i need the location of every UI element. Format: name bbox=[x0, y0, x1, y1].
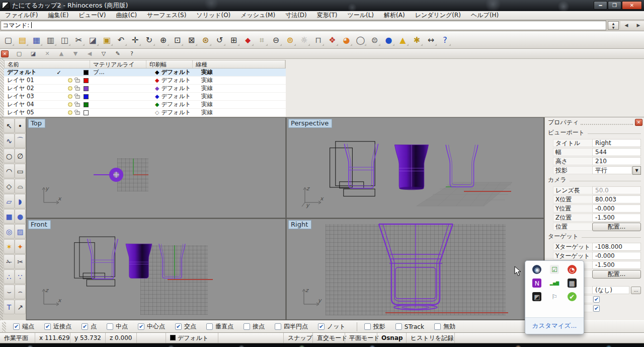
select-tool[interactable]: ↖ bbox=[4, 118, 15, 133]
osnap-checkbox[interactable]: ✔ bbox=[44, 323, 51, 330]
lamp-icon[interactable]: ☼ bbox=[297, 33, 311, 47]
rectangle-tool[interactable]: ▭ bbox=[15, 164, 26, 178]
conic-tool[interactable]: ◠ bbox=[4, 164, 15, 178]
layer-print-width[interactable]: ◇デフォルト bbox=[155, 109, 201, 116]
viewport-perspective-label[interactable]: Perspective bbox=[288, 119, 332, 128]
move-down-icon[interactable]: ▼ bbox=[70, 50, 81, 58]
osnap-checkbox[interactable] bbox=[434, 323, 441, 330]
layer-help-icon[interactable]: ? bbox=[126, 50, 137, 58]
layer-color-swatch[interactable] bbox=[84, 85, 99, 92]
layer-visibility-icon[interactable] bbox=[65, 93, 74, 100]
property-value[interactable]: -0.000 bbox=[592, 204, 641, 213]
osnap-checkbox[interactable]: ✔ bbox=[175, 323, 182, 330]
osnap-grip[interactable] bbox=[2, 322, 6, 332]
panel-grip[interactable] bbox=[0, 59, 4, 117]
delete-layer-icon[interactable]: ✕ bbox=[42, 50, 53, 58]
help-icon[interactable]: ? bbox=[438, 33, 452, 47]
panel-drag-dots[interactable] bbox=[581, 120, 633, 125]
graphics-icon[interactable]: ◩ bbox=[532, 292, 541, 301]
zoom-in-icon[interactable]: ⊕ bbox=[156, 33, 170, 47]
menu-item-10[interactable]: 解析(A) bbox=[379, 11, 410, 20]
layer-linetype[interactable]: 実線 bbox=[201, 85, 236, 92]
layer-linetype[interactable]: 実線 bbox=[201, 109, 236, 116]
osnap-checkbox[interactable]: ✔ bbox=[318, 323, 325, 330]
place-button[interactable]: 配置... bbox=[592, 270, 641, 279]
paste-icon[interactable]: ▣ bbox=[100, 33, 114, 47]
circle-tool[interactable]: ○ bbox=[4, 149, 15, 163]
camera-3d-icon[interactable]: ▦ bbox=[568, 279, 577, 288]
point-tool[interactable]: • bbox=[15, 118, 26, 133]
layer-linetype[interactable]: 実線 bbox=[201, 68, 236, 76]
osnap-checkbox[interactable]: ✔ bbox=[13, 323, 20, 330]
filter-icon[interactable]: ▽ bbox=[98, 50, 109, 58]
cplane-button[interactable]: 作業平面 bbox=[0, 333, 35, 343]
undo-view-icon[interactable]: ↺ bbox=[213, 33, 226, 47]
layer-visibility-icon[interactable] bbox=[65, 109, 74, 116]
menu-item-9[interactable]: ツール(L) bbox=[342, 11, 379, 20]
osnap-checkbox[interactable] bbox=[395, 323, 402, 330]
new-layer-icon[interactable]: ▢ bbox=[14, 50, 25, 58]
ellipse-tool[interactable]: ∅ bbox=[15, 149, 26, 163]
menu-item-3[interactable]: 曲線(C) bbox=[111, 11, 142, 20]
property-value[interactable]: (なし) bbox=[592, 286, 629, 294]
wireframe-sphere-icon[interactable]: ◯ bbox=[354, 33, 367, 47]
layer-color-swatch[interactable] bbox=[84, 93, 99, 100]
render-sphere-icon[interactable]: ● bbox=[382, 33, 395, 47]
osnap-checkbox[interactable]: ✔ bbox=[138, 323, 144, 330]
layer-linetype[interactable]: 実線 bbox=[201, 77, 236, 84]
tray-customize-link[interactable]: カスタマイズ... bbox=[532, 322, 577, 330]
save-icon[interactable]: ▦ bbox=[30, 33, 43, 47]
dimension-icon[interactable]: ↔ bbox=[424, 33, 438, 47]
command-input[interactable]: コマンド: bbox=[1, 21, 606, 30]
place-button[interactable]: 配置... bbox=[592, 223, 641, 231]
properties-close-button[interactable]: ✕ bbox=[635, 119, 642, 126]
property-value[interactable]: 80.003 bbox=[592, 195, 641, 203]
menu-item-6[interactable]: メッシュ(M) bbox=[235, 11, 280, 20]
arc-tool[interactable]: ⌓ bbox=[15, 179, 26, 193]
viewport-front[interactable]: Front bbox=[26, 219, 286, 320]
layer-lock-icon[interactable] bbox=[74, 85, 84, 92]
split-tool[interactable]: ✂ bbox=[15, 254, 26, 269]
layer-print-width[interactable]: ◆デフォルト bbox=[155, 68, 201, 76]
curved-surface-tool[interactable]: ◗ bbox=[15, 194, 26, 209]
grid-sphere-icon[interactable]: ⊜ bbox=[368, 33, 381, 47]
close-panel-button[interactable]: ✕ bbox=[1, 50, 9, 57]
open-folder-icon[interactable]: ▤ bbox=[16, 33, 29, 47]
torus-tool[interactable]: ◎ bbox=[4, 224, 15, 239]
osnap-checkbox[interactable] bbox=[275, 323, 281, 330]
command-next-button[interactable]: ▶ bbox=[632, 21, 644, 30]
menu-item-1[interactable]: 編集(E) bbox=[43, 11, 73, 20]
property-checkbox[interactable]: ✔ bbox=[593, 296, 600, 303]
windows-taskbar-edge[interactable] bbox=[0, 343, 644, 347]
property-value[interactable]: -1.500 bbox=[592, 261, 641, 269]
control-point-curve-tool[interactable]: ∿ bbox=[4, 133, 15, 148]
column-print-width[interactable]: 印刷幅 bbox=[146, 60, 193, 68]
signal-bars-icon[interactable]: ▂▅▇ bbox=[550, 279, 559, 288]
boolean-tool[interactable]: ✶ bbox=[4, 239, 15, 254]
menu-item-0[interactable]: ファイル(F) bbox=[0, 11, 43, 20]
osnap-checkbox[interactable] bbox=[364, 323, 371, 330]
property-value[interactable]: Right bbox=[592, 139, 641, 147]
property-value[interactable]: -108.000 bbox=[592, 243, 641, 251]
shield-icon[interactable]: ❖ bbox=[326, 33, 339, 47]
layer-row-2[interactable]: レイヤ 02◆デフォルト実線 bbox=[4, 85, 286, 93]
viewport-right[interactable]: Right z y bbox=[286, 219, 544, 320]
surface-tool[interactable]: ▱ bbox=[4, 194, 15, 209]
cut-icon[interactable]: ✂ bbox=[72, 33, 86, 47]
layer-visibility-icon[interactable] bbox=[65, 101, 74, 108]
viewport-top-label[interactable]: Top bbox=[28, 119, 45, 128]
color-wheel-icon[interactable]: ◕ bbox=[340, 33, 353, 47]
menu-item-11[interactable]: レンダリング(R) bbox=[410, 11, 466, 20]
layer-lock-icon[interactable] bbox=[74, 93, 84, 100]
trend-micro-icon[interactable]: ◔ bbox=[568, 265, 577, 274]
viewport-perspective[interactable]: Perspective bbox=[286, 117, 544, 218]
move-up-icon[interactable]: ▲ bbox=[56, 50, 67, 58]
patch-surface-tool[interactable]: ▨ bbox=[15, 224, 26, 239]
plan-grid-icon[interactable]: ⌗ bbox=[255, 33, 269, 47]
sphere-tool[interactable]: ● bbox=[15, 209, 26, 224]
car-icon[interactable]: ⬥ bbox=[241, 33, 255, 47]
viewport-right-label[interactable]: Right bbox=[288, 220, 311, 229]
lock-icon[interactable]: ⊓ bbox=[311, 33, 325, 47]
layer-visibility-icon[interactable] bbox=[65, 85, 74, 92]
menu-item-5[interactable]: ソリッド(O) bbox=[191, 11, 235, 20]
